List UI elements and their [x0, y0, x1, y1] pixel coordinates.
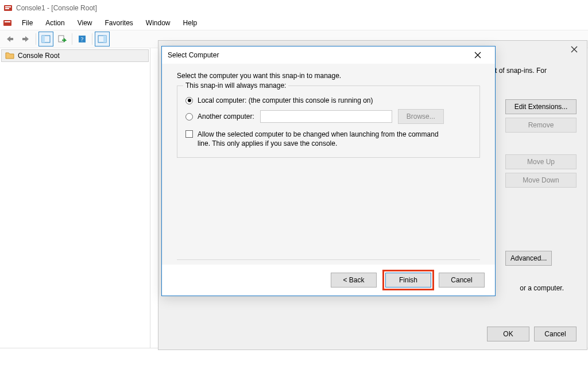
close-icon[interactable] [566, 43, 582, 56]
menu-favorites[interactable]: Favorites [99, 18, 139, 28]
statusbar [0, 348, 588, 365]
allow-change-label: Allow the selected computer to be change… [198, 130, 444, 148]
move-down-button: Move Down [505, 173, 577, 188]
menu-file[interactable]: File [16, 18, 38, 28]
wizard-close-icon[interactable] [466, 48, 489, 63]
allow-change-checkbox-row[interactable]: Allow the selected computer to be change… [185, 130, 471, 148]
groupbox-legend: This snap-in will always manage: [183, 81, 288, 90]
bg-hint-text: t of snap-ins. For [495, 66, 547, 76]
menu-action[interactable]: Action [40, 18, 70, 28]
menu-help[interactable]: Help [177, 18, 203, 28]
nav-back-icon[interactable] [2, 32, 17, 46]
manage-groupbox: This snap-in will always manage: Local c… [177, 86, 480, 158]
wizard-body: Select the computer you want this snap-i… [162, 64, 495, 265]
menu-window[interactable]: Window [140, 18, 176, 28]
cancel-button[interactable]: Cancel [534, 327, 577, 341]
svg-rect-4 [5, 21, 10, 22]
wizard-footer: < Back Finish Cancel [162, 265, 495, 296]
another-computer-input[interactable] [260, 110, 392, 123]
bg-lower-text: or a computer. [520, 284, 564, 292]
bg-side-buttons: Edit Extensions... Remove Move Up Move D… [505, 99, 577, 188]
edit-extensions-button[interactable]: Edit Extensions... [505, 99, 577, 114]
wizard-cancel-button[interactable]: Cancel [439, 273, 485, 288]
svg-text:?: ? [81, 36, 84, 42]
radio-another-computer[interactable]: Another computer: [185, 112, 254, 121]
browse-button: Browse... [398, 109, 444, 124]
remove-button: Remove [505, 118, 577, 133]
svg-rect-13 [103, 36, 106, 42]
export-list-icon[interactable] [55, 32, 69, 46]
wizard-titlebar: Select Computer [162, 46, 495, 64]
wizard-separator [177, 259, 480, 260]
move-up-button: Move Up [505, 154, 577, 169]
radio-local-computer[interactable]: Local computer: (the computer this conso… [185, 96, 471, 104]
radio-another-label: Another computer: [198, 112, 254, 121]
radio-local-label: Local computer: (the computer this conso… [198, 96, 373, 104]
svg-rect-8 [42, 36, 45, 42]
svg-rect-5 [10, 38, 13, 40]
toolbar-separator-3 [92, 33, 92, 45]
svg-rect-1 [5, 6, 11, 7]
svg-rect-6 [22, 38, 25, 40]
allow-change-checkbox[interactable] [185, 130, 193, 138]
menubar: File Action View Favorites Window Help [0, 16, 588, 30]
main-title: Console1 - [Console Root] [16, 4, 97, 12]
ok-button[interactable]: OK [487, 327, 529, 341]
toolbar-separator-2 [72, 33, 72, 45]
toolbar-separator [36, 33, 36, 45]
wizard-title: Select Computer [168, 51, 219, 59]
show-hide-action-pane-icon[interactable] [95, 32, 110, 46]
main-titlebar: Console1 - [Console Root] [0, 0, 588, 16]
svg-rect-2 [5, 8, 9, 9]
tree-panel: Console Root [0, 48, 150, 348]
radio-another-dot [185, 113, 193, 121]
back-button[interactable]: < Back [331, 273, 377, 288]
finish-highlight: Finish [382, 270, 434, 290]
svg-rect-9 [59, 36, 64, 42]
menu-view[interactable]: View [72, 18, 98, 28]
folder-icon [5, 51, 14, 60]
wizard-intro: Select the computer you want this snap-i… [177, 72, 480, 80]
mmc-doc-icon [2, 18, 13, 28]
select-computer-dialog: Select Computer Select the computer you … [161, 46, 496, 296]
tree-root-label: Console Root [18, 52, 60, 60]
radio-local-dot [185, 97, 193, 104]
advanced-button[interactable]: Advanced... [505, 251, 552, 266]
help-icon[interactable]: ? [75, 32, 90, 46]
tree-root-item[interactable]: Console Root [1, 49, 149, 62]
svg-rect-3 [3, 20, 11, 26]
finish-button[interactable]: Finish [385, 273, 431, 288]
nav-forward-icon[interactable] [18, 32, 33, 46]
show-hide-tree-icon[interactable] [38, 32, 53, 46]
mmc-app-icon [3, 3, 13, 13]
